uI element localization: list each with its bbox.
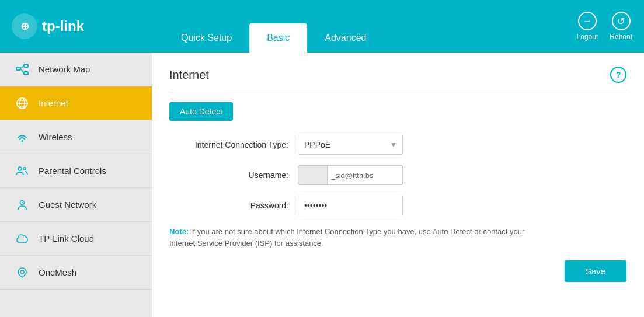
- svg-line-6: [20, 68, 24, 73]
- tab-quick-setup[interactable]: Quick Setup: [163, 23, 249, 53]
- sidebar-label-wireless: Wireless: [39, 132, 72, 142]
- reboot-button[interactable]: ↺ Reboot: [610, 12, 632, 41]
- logo-area: ⊕ tp-link: [12, 13, 163, 39]
- svg-point-17: [20, 270, 24, 274]
- logout-button[interactable]: → Logout: [577, 12, 598, 41]
- tab-basic[interactable]: Basic: [249, 23, 307, 53]
- sidebar-label-parental-controls: Parental Controls: [39, 166, 106, 176]
- help-icon[interactable]: ?: [610, 67, 626, 83]
- username-suffix[interactable]: _sid@ftth.bs: [328, 166, 402, 184]
- header: ⊕ tp-link Quick Setup Basic Advanced → L…: [0, 0, 644, 53]
- header-actions: → Logout ↺ Reboot: [577, 12, 632, 41]
- svg-point-12: [22, 140, 23, 142]
- sidebar-label-guest-network: Guest Network: [39, 200, 96, 210]
- connection-type-select[interactable]: PPPoE Dynamic IP Static IP L2TP PPTP: [298, 135, 403, 155]
- tab-advanced[interactable]: Advanced: [307, 23, 384, 53]
- note-label: Note:: [169, 227, 189, 236]
- sidebar-label-tp-link-cloud: TP-Link Cloud: [39, 234, 94, 243]
- sidebar-item-internet[interactable]: Internet: [0, 86, 152, 120]
- svg-rect-2: [16, 67, 20, 70]
- reboot-icon: ↺: [612, 12, 631, 30]
- content-area: Internet ? Auto Detect Internet Connecti…: [152, 53, 644, 317]
- connection-type-select-wrapper: PPPoE Dynamic IP Static IP L2TP PPTP ▼: [298, 135, 403, 155]
- password-label: Password:: [169, 201, 298, 210]
- svg-point-13: [18, 167, 22, 170]
- guest-network-icon: [14, 197, 30, 213]
- main-layout: Network Map Internet: [0, 53, 644, 317]
- wireless-icon: [14, 129, 30, 145]
- connection-type-row: Internet Connection Type: PPPoE Dynamic …: [169, 135, 626, 155]
- username-prefix: [298, 166, 328, 184]
- nav-tabs: Quick Setup Basic Advanced: [163, 0, 577, 53]
- sidebar-item-parental-controls[interactable]: Parental Controls: [0, 154, 152, 188]
- sidebar-item-tp-link-cloud[interactable]: TP-Link Cloud: [0, 222, 152, 256]
- username-label: Username:: [169, 170, 298, 180]
- sidebar-label-onemesh: OneMesh: [39, 267, 76, 277]
- section-title: Internet: [169, 68, 209, 82]
- sidebar: Network Map Internet: [0, 53, 152, 317]
- logo-text: tp-link: [42, 18, 84, 34]
- auto-detect-button[interactable]: Auto Detect: [169, 102, 233, 121]
- network-map-icon: [14, 61, 30, 78]
- note-content: If you are not sure about which Internet…: [169, 227, 524, 248]
- sidebar-label-internet: Internet: [39, 98, 68, 108]
- connection-type-label: Internet Connection Type:: [169, 140, 298, 149]
- svg-point-16: [22, 202, 23, 203]
- password-row: Password:: [169, 196, 626, 215]
- logout-icon: →: [578, 12, 597, 30]
- sidebar-item-onemesh[interactable]: OneMesh: [0, 256, 152, 290]
- note-text: Note: If you are not sure about which In…: [169, 226, 549, 249]
- sidebar-label-network-map: Network Map: [39, 64, 90, 74]
- svg-line-5: [20, 65, 24, 68]
- tp-link-logo-icon: ⊕: [12, 13, 37, 39]
- username-row: Username: _sid@ftth.bs: [169, 165, 626, 185]
- onemesh-icon: [14, 264, 30, 281]
- parental-controls-icon: [14, 163, 30, 179]
- save-button[interactable]: Save: [565, 260, 626, 282]
- content-inner: Internet ? Auto Detect Internet Connecti…: [152, 53, 644, 317]
- svg-rect-3: [24, 64, 28, 67]
- svg-point-14: [23, 167, 26, 169]
- sidebar-item-wireless[interactable]: Wireless: [0, 120, 152, 154]
- password-input[interactable]: [298, 196, 403, 215]
- sidebar-item-guest-network[interactable]: Guest Network: [0, 188, 152, 222]
- svg-text:⊕: ⊕: [20, 20, 29, 32]
- svg-rect-4: [24, 72, 28, 75]
- sidebar-item-network-map[interactable]: Network Map: [0, 53, 152, 86]
- internet-icon: [14, 95, 30, 112]
- tp-link-cloud-icon: [14, 231, 30, 247]
- section-header: Internet ?: [169, 67, 626, 90]
- username-input-wrapper: _sid@ftth.bs: [298, 165, 403, 185]
